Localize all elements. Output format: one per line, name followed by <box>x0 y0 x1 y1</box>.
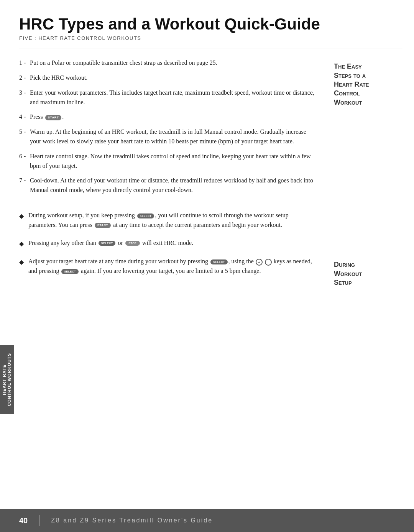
main-title: HRC Types and a Workout Quick-Guide <box>19 15 402 33</box>
start-button-inline-2: START <box>95 223 111 228</box>
bullet-list: ◆ During workout setup, if you keep pres… <box>19 211 314 276</box>
start-button-inline-1: START <box>45 115 62 120</box>
step-item-6: 6 - Heart rate control stage. Now the tr… <box>19 152 314 171</box>
step-item-7: 7 - Cool-down. At the end of your workou… <box>19 176 314 195</box>
bullet-text-2: Pressing any key other than SELECT or ST… <box>28 238 193 248</box>
steps-list: 1 - Put on a Polar or compatible transmi… <box>19 58 314 195</box>
step-num-4: 4 - <box>19 112 30 122</box>
step-text-7: Cool-down. At the end of your workout ti… <box>30 176 314 195</box>
bullet-item-3: ◆ Adjust your target heart rate at any t… <box>19 257 314 276</box>
content-area: HRC Types and a Workout Quick-Guide Five… <box>19 0 402 291</box>
side-column: The Easy Steps to a Heart Rate Control W… <box>326 58 402 291</box>
side-heading-2-line2: Workout <box>334 270 362 277</box>
step-num-2: 2 - <box>19 73 30 82</box>
side-heading-1-line4: Control <box>334 89 360 97</box>
step-text-5: Warm up. At the beginning of an HRC work… <box>30 127 314 146</box>
side-heading-1: The Easy Steps to a Heart Rate Control W… <box>334 62 402 107</box>
page-wrapper: Heart RateControl Workouts HRC Types and… <box>0 0 414 532</box>
step-text-2: Pick the HRC workout. <box>30 73 87 83</box>
step-item-2: 2 - Pick the HRC workout. <box>19 73 314 83</box>
side-heading-1-line2: Steps to a <box>334 72 366 79</box>
step-num-7: 7 - <box>19 176 30 185</box>
select-button-inline-1: SELECT <box>137 213 154 218</box>
step-item-1: 1 - Put on a Polar or compatible transmi… <box>19 58 314 68</box>
section-divider <box>19 203 196 203</box>
footer-divider <box>39 515 39 526</box>
step-num-5: 5 - <box>19 127 30 136</box>
select-button-inline-3: SELECT <box>210 259 228 264</box>
side-heading-1-line1: The Easy <box>334 62 362 70</box>
side-heading-1-line5: Workout <box>334 99 362 106</box>
diamond-icon-1: ◆ <box>19 212 27 221</box>
stop-button-inline-1: STOP <box>125 241 140 246</box>
page-number: 40 <box>0 516 39 525</box>
step-num-3: 3 - <box>19 88 30 97</box>
step-num-6: 6 - <box>19 152 30 161</box>
bullet-item-1: ◆ During workout setup, if you keep pres… <box>19 211 314 230</box>
step-text-1: Put on a Polar or compatible transmitter… <box>30 58 217 68</box>
footer-guide-text: Z8 and Z9 Series Treadmill Owner's Guide <box>51 517 213 524</box>
diamond-icon-3: ◆ <box>19 258 27 267</box>
plus-icon: + <box>256 259 263 266</box>
side-heading-2-line3: Setup <box>334 279 352 286</box>
step-item-3: 3 - Enter your workout parameters. This … <box>19 88 314 107</box>
two-col-layout: 1 - Put on a Polar or compatible transmi… <box>19 58 402 291</box>
title-divider <box>19 49 402 49</box>
step-num-1: 1 - <box>19 58 30 67</box>
side-heading-2: During Workout Setup <box>334 260 402 287</box>
select-button-inline-4: SELECT <box>61 269 79 274</box>
select-button-inline-2: SELECT <box>99 241 116 246</box>
footer: 40 Z8 and Z9 Series Treadmill Owner's Gu… <box>0 509 414 532</box>
step-text-6: Heart rate control stage. Now the treadm… <box>30 152 314 171</box>
bullet-text-3: Adjust your target heart rate at any tim… <box>28 257 314 276</box>
main-column: 1 - Put on a Polar or compatible transmi… <box>19 58 326 291</box>
side-heading-2-line1: During <box>334 261 355 268</box>
diamond-icon-2: ◆ <box>19 239 27 249</box>
bullet-item-2: ◆ Pressing any key other than SELECT or … <box>19 238 314 249</box>
step-item-5: 5 - Warm up. At the beginning of an HRC … <box>19 127 314 146</box>
subtitle: Five : Heart Rate Control Workouts <box>19 35 402 41</box>
side-tab-text: Heart RateControl Workouts <box>2 353 12 406</box>
minus-icon: − <box>265 259 272 266</box>
step-text-4: Press START. <box>30 112 64 122</box>
side-heading-1-line3: Heart Rate <box>334 80 369 88</box>
step-item-4: 4 - Press START. <box>19 112 314 122</box>
step-text-3: Enter your workout parameters. This incl… <box>30 88 314 107</box>
side-tab: Heart RateControl Workouts <box>0 345 14 414</box>
side-section-2: During Workout Setup <box>334 260 402 287</box>
bullet-text-1: During workout setup, if you keep pressi… <box>28 211 314 230</box>
